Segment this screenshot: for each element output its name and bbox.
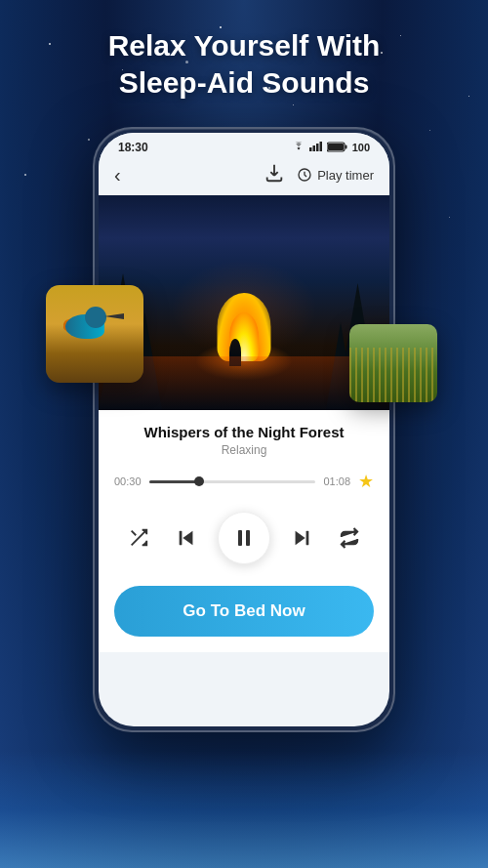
time-row: 00:30 01:08 ★ <box>114 471 374 492</box>
bird-scene <box>46 285 143 383</box>
repeat-button[interactable] <box>332 520 367 556</box>
svg-rect-2 <box>316 144 319 151</box>
status-time: 18:30 <box>118 141 148 154</box>
wifi-icon <box>292 142 305 153</box>
progress-area: 00:30 01:08 ★ <box>99 465 389 502</box>
hero-title: Relax Yourself With Sleep-Aid Sounds <box>0 27 488 101</box>
play-timer-button[interactable]: Play timer <box>297 167 374 183</box>
back-button[interactable]: ‹ <box>114 164 121 186</box>
svg-rect-6 <box>345 145 346 148</box>
shuffle-button[interactable] <box>121 520 156 556</box>
svg-rect-5 <box>328 144 344 150</box>
header-right: Play timer <box>264 162 374 187</box>
track-subtitle: Relaxing <box>114 443 374 457</box>
phone-mockup: 18:30 <box>93 127 395 732</box>
battery-icon <box>327 142 348 154</box>
progress-fill <box>149 480 199 483</box>
bird-head <box>85 307 106 328</box>
svg-rect-3 <box>319 142 322 151</box>
music-info: Whispers of the Night Forest Relaxing <box>99 410 389 465</box>
grass-scene <box>349 324 437 402</box>
svg-rect-9 <box>180 531 183 546</box>
controls-area <box>99 502 389 578</box>
status-icons: 100 <box>292 142 370 154</box>
svg-rect-10 <box>238 530 242 546</box>
download-button[interactable] <box>264 162 285 187</box>
cta-area: Go To Bed Now <box>99 578 389 652</box>
svg-marker-8 <box>183 531 193 546</box>
previous-button[interactable] <box>169 520 204 556</box>
progress-bar[interactable] <box>149 480 316 483</box>
app-header: ‹ Play timer <box>99 158 389 195</box>
current-time: 00:30 <box>114 475 142 487</box>
svg-rect-11 <box>246 530 250 546</box>
thumbnail-left[interactable] <box>46 285 143 383</box>
bird-beak <box>104 313 124 319</box>
track-title: Whispers of the Night Forest <box>114 424 374 440</box>
battery-percent: 100 <box>352 142 370 153</box>
svg-rect-0 <box>309 147 312 151</box>
next-button[interactable] <box>284 520 319 556</box>
signal-icon <box>309 142 323 153</box>
phone-inner: 18:30 <box>99 133 389 726</box>
pause-button[interactable] <box>218 512 270 564</box>
svg-rect-13 <box>305 531 308 546</box>
svg-marker-12 <box>295 531 305 546</box>
grass-stalks <box>349 348 437 402</box>
horizon-glow <box>0 751 488 868</box>
svg-rect-1 <box>312 145 315 151</box>
status-bar: 18:30 <box>99 133 389 158</box>
progress-thumb <box>194 476 204 486</box>
thumbnail-right[interactable] <box>349 324 437 402</box>
ambient-glow <box>171 260 317 357</box>
go-to-bed-button[interactable]: Go To Bed Now <box>114 586 374 637</box>
favorite-star[interactable]: ★ <box>358 471 374 492</box>
total-time: 01:08 <box>323 475 350 487</box>
